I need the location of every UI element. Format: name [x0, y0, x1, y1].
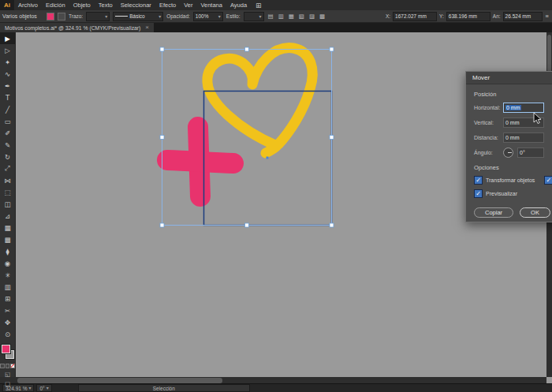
width-input[interactable]: 26.524 mm [503, 12, 543, 21]
document-tab-bar: Motivos completos.ai* @ 324.91 % (CMYK/P… [0, 23, 552, 32]
shape-builder-tool[interactable]: ◫ [0, 198, 15, 210]
menu-efecto[interactable]: Efecto [155, 0, 180, 10]
vertical-input[interactable]: 0 mm [503, 118, 544, 128]
menu-ver[interactable]: Ver [180, 0, 196, 10]
x-label: X: [386, 13, 390, 19]
document-title: Motivos completos.ai* @ 324.91 % (CMYK/P… [5, 25, 140, 31]
symbol-sprayer-tool[interactable]: ✳ [0, 269, 15, 281]
blend-tool[interactable]: ◉ [0, 257, 15, 269]
chevron-down-icon: ▾ [28, 385, 31, 391]
arrange-documents-icon[interactable]: ⊞ [251, 2, 267, 9]
rotation-dropdown[interactable]: 0° ▾ [36, 384, 51, 392]
gradient-tool[interactable]: ▩ [0, 233, 15, 245]
status-display: Selección [78, 384, 250, 392]
line-segment-tool[interactable]: ╱ [0, 103, 15, 115]
stroke-label: Trazo: [69, 13, 83, 19]
width-tool[interactable]: ⋈ [0, 174, 15, 186]
ok-button[interactable]: OK [520, 207, 550, 218]
fill-swatch[interactable] [2, 345, 10, 353]
eyedropper-tool[interactable]: ⧫ [0, 245, 15, 257]
horizontal-input[interactable]: 0 mm [503, 103, 544, 113]
none-button[interactable] [10, 364, 15, 368]
selection-type-label: Varios objetos [2, 13, 43, 19]
color-button[interactable] [0, 364, 5, 368]
document-tab[interactable]: Motivos completos.ai* @ 324.91 % (CMYK/P… [0, 23, 154, 32]
align-center-button[interactable]: ▥ [278, 13, 285, 20]
menubar: Ai Archivo Edición Objeto Texto Seleccio… [0, 0, 552, 10]
angle-label: Ángulo: [474, 150, 499, 155]
distribute-top-button[interactable]: ▧ [298, 13, 305, 20]
fill-stroke-proxies [0, 344, 15, 361]
hand-tool[interactable]: ✥ [0, 316, 15, 328]
column-graph-tool[interactable]: ▥ [0, 281, 15, 293]
menu-archivo[interactable]: Archivo [14, 0, 42, 10]
fill-color-proxy[interactable] [47, 13, 54, 21]
menu-ventana[interactable]: Ventana [196, 0, 226, 10]
width-label: An: [493, 13, 501, 19]
control-bar: Varios objetos Trazo: ▾ Básico ▾ Opacida… [0, 10, 552, 23]
menu-seleccionar[interactable]: Seleccionar [117, 0, 155, 10]
selection-tool[interactable]: ▶ [0, 32, 15, 44]
rotation-value: 0° [39, 386, 44, 391]
stroke-color-proxy[interactable] [58, 13, 65, 21]
opacity-value: 100% [196, 13, 209, 19]
y-input[interactable]: 638.196 mm [446, 12, 490, 21]
menu-objeto[interactable]: Objeto [69, 0, 95, 10]
chevron-down-icon: ▾ [47, 385, 49, 391]
paintbrush-tool[interactable]: ✐ [0, 127, 15, 139]
pencil-tool[interactable]: ✎ [0, 139, 15, 151]
type-tool[interactable]: T [0, 91, 15, 103]
style-dropdown[interactable]: ▾ [244, 12, 264, 21]
opacity-label: Opacidad: [166, 13, 190, 19]
zoom-tool[interactable]: ⊙ [0, 328, 15, 340]
transform-patterns-checkbox[interactable]: ✓ [544, 176, 552, 185]
artboard-tool[interactable]: ⊞ [0, 293, 15, 304]
horizontal-label: Horizontal: [474, 105, 499, 110]
perspective-grid-tool[interactable]: ⊿ [0, 210, 15, 222]
menu-ayuda[interactable]: Ayuda [226, 0, 251, 10]
distribute-middle-button[interactable]: ▨ [308, 13, 315, 20]
free-transform-tool[interactable]: ⬚ [0, 186, 15, 198]
mesh-tool[interactable]: ▦ [0, 222, 15, 233]
pen-tool[interactable]: ✒ [0, 80, 15, 91]
screen-mode-icon[interactable]: ▢ [0, 380, 15, 387]
opacity-dropdown[interactable]: 100% ▾ [193, 12, 223, 21]
horizontal-scrollbar-thumb[interactable] [17, 378, 222, 383]
x-input[interactable]: 1672.027 mm [393, 12, 437, 21]
close-icon[interactable]: × [145, 24, 149, 32]
draw-mode-icon[interactable]: ◱ [0, 371, 15, 378]
panel-menu-icon[interactable]: ≡ [545, 13, 550, 20]
lasso-tool[interactable]: ∿ [0, 68, 15, 80]
style-label: Estilo: [226, 13, 241, 19]
vertical-label: Vertical: [474, 120, 499, 125]
preview-checkbox[interactable]: ✓ [474, 189, 483, 198]
brush-definition-value: Básico [129, 13, 145, 19]
preview-label: Previsualizar [486, 191, 517, 196]
copy-button[interactable]: Copiar [474, 207, 513, 218]
dialog-title[interactable]: Mover [466, 72, 552, 84]
magic-wand-tool[interactable]: ✦ [0, 56, 15, 68]
transform-objects-label: Transformar objetos [486, 177, 535, 183]
chevron-down-icon: ▾ [159, 13, 161, 20]
scale-tool[interactable]: ⤢ [0, 162, 15, 174]
distance-label: Distancia: [474, 135, 499, 140]
rotate-tool[interactable]: ↻ [0, 151, 15, 162]
gradient-button[interactable] [6, 364, 10, 368]
menu-edicion[interactable]: Edición [42, 0, 69, 10]
width-value: 26.524 mm [505, 13, 531, 19]
stroke-weight-dropdown[interactable]: ▾ [86, 12, 110, 21]
rectangle-tool[interactable]: ▭ [0, 115, 15, 127]
direct-selection-tool[interactable]: ▷ [0, 44, 15, 56]
slice-tool[interactable]: ✂ [0, 304, 15, 316]
distance-input[interactable]: 0 mm [503, 133, 544, 143]
menu-texto[interactable]: Texto [95, 0, 117, 10]
brush-definition-dropdown[interactable]: Básico ▾ [113, 12, 163, 21]
status-bar: 324.91 % ▾ 0° ▾ Selección [0, 383, 552, 392]
horizontal-value: 0 mm [505, 105, 521, 110]
align-left-button[interactable]: ▤ [267, 13, 274, 20]
transform-objects-checkbox[interactable]: ✓ [474, 176, 483, 185]
align-right-button[interactable]: ▦ [288, 13, 295, 20]
distribute-bottom-button[interactable]: ▩ [319, 13, 326, 20]
angle-input[interactable]: 0° [517, 147, 544, 158]
angle-dial-icon[interactable] [503, 147, 513, 158]
